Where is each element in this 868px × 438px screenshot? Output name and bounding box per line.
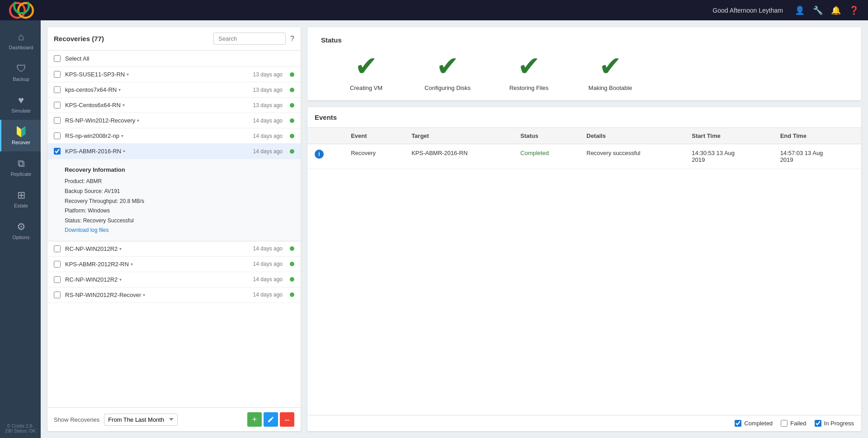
events-table: Event Target Status Details Start Time E… <box>307 128 861 169</box>
events-panel: Events Event Target Status Details Start… <box>307 107 861 431</box>
row-checkbox[interactable] <box>54 292 61 298</box>
options-icon: ⚙ <box>17 221 26 233</box>
row-checkbox[interactable] <box>54 102 61 108</box>
status-dot <box>290 262 294 266</box>
bell-icon[interactable]: 🔔 <box>831 5 841 15</box>
sidebar-item-replicate[interactable]: ⧉ Replicate <box>0 151 41 183</box>
chevron-down-icon[interactable]: ▾ <box>137 118 139 123</box>
row-checkbox[interactable] <box>54 245 61 252</box>
status-panel: Status ✔ Creating VM ✔ Configuring Disks… <box>307 27 861 100</box>
estate-icon: ⊞ <box>17 189 25 201</box>
chevron-down-icon[interactable]: ▾ <box>143 292 145 297</box>
chevron-down-icon[interactable]: ▾ <box>123 103 125 108</box>
sidebar-item-recover[interactable]: 🔰 Recover <box>0 120 41 151</box>
chevron-down-icon[interactable]: ▾ <box>121 133 123 138</box>
event-end-time-cell: 14:57:03 13 Aug 2019 <box>773 144 861 169</box>
list-item[interactable]: RS-np-win2008r2-np ▾ 14 days ago <box>47 128 301 144</box>
event-icon-cell: i <box>307 144 344 169</box>
chevron-down-icon[interactable]: ▾ <box>131 262 133 267</box>
list-item[interactable]: KPS-ABMR-2012R2-RN ▾ 14 days ago <box>47 257 301 272</box>
chevron-up-icon[interactable]: ▾ <box>123 149 125 154</box>
col-details: Details <box>579 128 684 144</box>
row-checkbox[interactable] <box>54 132 61 139</box>
chevron-down-icon[interactable]: ▾ <box>127 72 129 77</box>
failed-label: Failed <box>790 420 806 427</box>
chevron-down-icon[interactable]: ▾ <box>118 87 121 92</box>
select-all-checkbox[interactable] <box>54 55 61 62</box>
chevron-down-icon[interactable]: ▾ <box>119 246 122 251</box>
sidebar-label-backup: Backup <box>13 76 29 82</box>
status-step-creating-vm: ✔ Creating VM <box>339 53 393 91</box>
sidebar-item-backup[interactable]: 🛡 Backup <box>0 57 41 88</box>
checkmark-icon: ✔ <box>518 53 540 80</box>
edit-recovery-button[interactable] <box>264 412 278 427</box>
sidebar-item-estate[interactable]: ⊞ Estate <box>0 183 41 215</box>
help-icon[interactable]: ❓ <box>849 5 859 15</box>
recovery-name: KPS-Centos6x64-RN ▾ <box>65 102 249 108</box>
row-checkbox[interactable] <box>54 148 61 155</box>
select-all-row: Select All <box>47 51 301 67</box>
checkmark-icon: ✔ <box>355 53 377 80</box>
completed-checkbox[interactable] <box>735 420 741 427</box>
delete-recovery-button[interactable]: – <box>280 412 294 427</box>
chevron-down-icon[interactable]: ▾ <box>119 277 122 282</box>
list-item[interactable]: RC-NP-WIN2012R2 ▾ 14 days ago <box>47 241 301 257</box>
event-info-badge[interactable]: i <box>315 150 324 159</box>
backup-icon: 🛡 <box>16 63 26 75</box>
recovery-time: 14 days ago <box>253 245 283 252</box>
row-checkbox[interactable] <box>54 117 61 124</box>
event-start-time-cell: 14:30:53 13 Aug 2019 <box>684 144 773 169</box>
list-item[interactable]: KPS-Centos6x64-RN ▾ 13 days ago <box>47 98 301 113</box>
failed-checkbox[interactable] <box>781 420 788 427</box>
list-item[interactable]: KPS-SUSE11-SP3-RN ▾ 13 days ago <box>47 67 301 82</box>
sidebar-item-dashboard[interactable]: ⌂ Dashboard <box>0 25 41 57</box>
list-item[interactable]: RS-NP-WIN2012R2-Recover ▾ 14 days ago <box>47 287 301 303</box>
col-end-time: End Time <box>773 128 861 144</box>
status-dot <box>290 277 294 282</box>
recovery-name: RC-NP-WIN2012R2 ▾ <box>65 245 249 252</box>
sidebar-label-replicate: Replicate <box>11 171 32 177</box>
sidebar-label-recover: Recover <box>12 140 30 145</box>
greeting-text: Good Afternoon Leytham <box>712 7 783 14</box>
col-target: Target <box>404 128 513 144</box>
filter-select[interactable]: From The Last Month From The Last Week A… <box>104 414 178 426</box>
recovery-time: 14 days ago <box>253 276 283 283</box>
add-recovery-button[interactable]: + <box>247 412 262 427</box>
panel-help-icon[interactable]: ? <box>290 35 294 43</box>
sidebar-label-options: Options <box>13 235 30 240</box>
in-progress-label: In Progress <box>824 420 854 427</box>
status-dot <box>290 246 294 251</box>
recovery-time: 13 days ago <box>253 87 283 93</box>
recovery-name: RS-NP-WIN2012R2-Recover ▾ <box>65 292 249 298</box>
left-panel-footer: Show Recoveries From The Last Month From… <box>47 407 301 431</box>
recovery-time: 14 days ago <box>253 148 283 155</box>
wrench-icon[interactable]: 🔧 <box>813 5 823 15</box>
status-title: Status <box>321 36 848 44</box>
in-progress-checkbox[interactable] <box>815 420 821 427</box>
info-product: Product: ABMR <box>65 177 294 187</box>
legend-in-progress: In Progress <box>815 420 854 427</box>
row-checkbox[interactable] <box>54 276 61 283</box>
status-dot <box>290 118 294 123</box>
table-row: i Recovery KPS-ABMR-2016-RN Completed Re… <box>307 144 861 169</box>
list-item[interactable]: kps-centos7x64-RN ▾ 13 days ago <box>47 82 301 98</box>
search-input[interactable] <box>213 33 286 45</box>
sidebar-item-simulate[interactable]: ♥ Simulate <box>0 88 41 120</box>
info-platform: Platform: Windows <box>65 206 294 216</box>
user-icon[interactable]: 👤 <box>795 5 805 15</box>
sidebar-item-options[interactable]: ⚙ Options <box>0 215 41 246</box>
list-item[interactable]: RS-NP-Win2012-Recovery ▾ 14 days ago <box>47 113 301 128</box>
row-checkbox[interactable] <box>54 86 61 93</box>
list-item[interactable]: KPS-ABMR-2016-RN ▾ 14 days ago <box>47 144 301 159</box>
replicate-icon: ⧉ <box>18 158 25 170</box>
download-log-link[interactable]: Download log files <box>65 227 108 233</box>
status-step-restoring-files: ✔ Restoring Files <box>502 53 556 91</box>
legend-failed: Failed <box>781 420 806 427</box>
legend-completed: Completed <box>735 420 773 427</box>
row-checkbox[interactable] <box>54 71 61 78</box>
recovery-list: Select All KPS-SUSE11-SP3-RN ▾ 13 days a… <box>47 51 301 407</box>
recovery-time: 14 days ago <box>253 133 283 139</box>
row-checkbox[interactable] <box>54 261 61 268</box>
events-title: Events <box>307 107 861 128</box>
list-item[interactable]: RC-NP-WIN2012R2 ▾ 14 days ago <box>47 272 301 287</box>
